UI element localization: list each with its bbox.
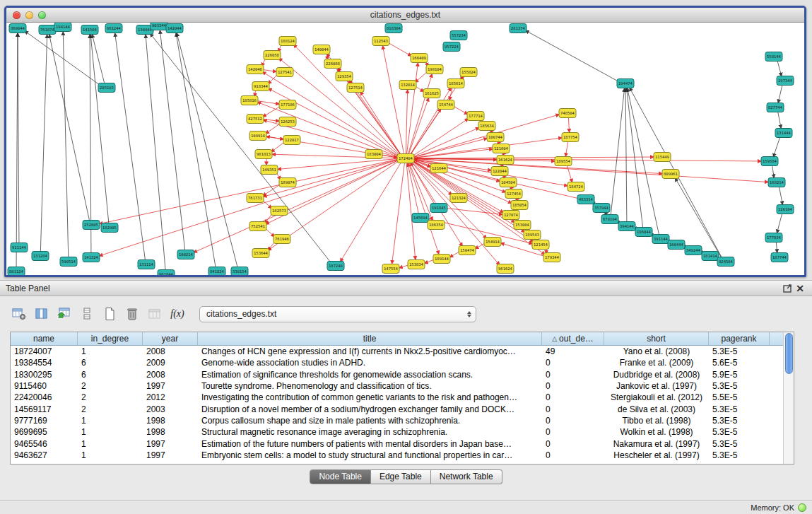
network-node[interactable]: 330154 — [231, 267, 248, 276]
network-node[interactable]: 142044 — [166, 24, 183, 33]
table-cell[interactable]: 5.3E-5 — [709, 427, 770, 437]
table-row[interactable]: 977716911998Corpus callosum shape and si… — [11, 415, 784, 426]
network-node[interactable]: 141504 — [81, 25, 98, 35]
network-node[interactable]: 132014 — [399, 81, 416, 90]
network-node[interactable]: 147554 — [382, 264, 399, 274]
table-cell[interactable]: 0 — [542, 404, 604, 414]
network-node[interactable]: 131284 — [32, 252, 49, 261]
network-node[interactable]: 191845 — [430, 204, 447, 213]
network-node[interactable]: 981813 — [255, 150, 272, 159]
table-cell[interactable]: Embryonic stem cells: a model to study s… — [198, 450, 542, 460]
network-node[interactable]: 112543 — [372, 37, 389, 46]
table-cell[interactable]: Tibbo et al. (1998) — [604, 416, 709, 426]
network-node[interactable]: 187754 — [562, 133, 579, 142]
network-node[interactable]: 126253 — [279, 117, 296, 127]
network-node[interactable]: 121604 — [493, 144, 510, 153]
table-cell[interactable]: Jankovic et al. (1997) — [604, 381, 709, 391]
network-node[interactable]: 197344 — [777, 76, 794, 86]
network-node[interactable]: 131114 — [138, 260, 155, 269]
network-node[interactable]: 182573 — [271, 206, 288, 216]
network-node[interactable]: 391144 — [652, 235, 669, 244]
network-node[interactable]: 121454 — [532, 240, 549, 250]
table-cell[interactable]: 5.3E-5 — [709, 346, 770, 356]
network-node[interactable]: 357944 — [593, 204, 610, 213]
network-node[interactable]: 100214 — [177, 250, 194, 259]
network-node[interactable]: 761731 — [247, 194, 264, 203]
table-cell[interactable]: Yano et al. (2008) — [604, 346, 709, 356]
import-table-icon[interactable] — [55, 305, 73, 322]
table-cell[interactable]: 0 — [542, 358, 604, 368]
table-selector-combobox[interactable]: citations_edges.txt — [199, 306, 476, 322]
network-node[interactable]: 131444 — [775, 129, 792, 138]
network-node[interactable]: 861244 — [105, 24, 122, 33]
network-node[interactable]: 590514 — [60, 257, 77, 267]
table-cell[interactable]: 5.5E-5 — [709, 392, 770, 402]
column-header-out_degree[interactable]: △out_de… — [542, 332, 604, 345]
network-node[interactable]: 194474 — [617, 79, 634, 88]
table-cell[interactable]: 1 — [78, 427, 143, 437]
tab-edge-table[interactable]: Edge Table — [371, 469, 431, 484]
create-column-icon[interactable] — [100, 305, 119, 322]
table-cell[interactable]: Wolkin et al. (1998) — [604, 427, 709, 437]
table-options-icon[interactable] — [10, 305, 28, 322]
network-node[interactable]: 140044 — [313, 45, 330, 54]
network-node[interactable]: 115449 — [654, 153, 671, 162]
table-cell[interactable]: 18724007 — [11, 346, 78, 356]
table-cell[interactable]: 0 — [542, 450, 604, 460]
table-cell[interactable]: 2009 — [143, 358, 198, 368]
row-format-icon[interactable] — [78, 305, 96, 322]
network-node[interactable]: 961624 — [497, 264, 514, 274]
network-node[interactable]: 182905 — [101, 223, 118, 233]
network-node[interactable]: 360044 — [9, 24, 26, 33]
network-node[interactable]: 185816 — [241, 96, 258, 105]
network-node[interactable]: 187240 — [327, 262, 344, 271]
table-cell[interactable]: 5.3E-5 — [709, 381, 770, 391]
table-row[interactable]: 911546021997Tourette syndrome. Phenomeno… — [11, 380, 784, 392]
close-window-button[interactable] — [13, 11, 20, 19]
table-cell[interactable]: 1998 — [143, 427, 198, 437]
network-node[interactable]: 752541 — [249, 222, 266, 231]
network-node[interactable]: 181414 — [702, 252, 719, 261]
table-cell[interactable]: Structural magnetic resonance image aver… — [198, 427, 542, 437]
table-row[interactable]: 1938455462009Genome-wide association stu… — [11, 357, 784, 368]
network-node[interactable]: 153644 — [252, 249, 269, 258]
network-node[interactable]: 189074 — [279, 178, 296, 187]
network-node[interactable]: 198104 — [426, 65, 443, 74]
network-node[interactable]: 160444 — [668, 240, 685, 250]
table-cell[interactable]: 14569117 — [11, 404, 78, 414]
network-node[interactable]: 121324 — [450, 194, 467, 203]
network-node[interactable]: 924504 — [717, 257, 734, 267]
network-node[interactable]: 809961 — [662, 170, 679, 179]
network-node[interactable]: 761874 — [39, 25, 56, 35]
table-cell[interactable]: 2003 — [143, 404, 198, 414]
network-node[interactable]: 153834 — [408, 260, 425, 269]
network-node[interactable]: 801124 — [8, 267, 25, 276]
table-cell[interactable]: 1997 — [143, 439, 198, 449]
table-cell[interactable]: 5.3E-5 — [709, 404, 770, 414]
network-node[interactable]: 161624 — [497, 156, 514, 165]
table-cell[interactable]: 1 — [78, 439, 143, 449]
table-row[interactable]: 969969511998Structural magnetic resonanc… — [11, 426, 784, 438]
table-row[interactable]: 1830029562008Estimation of significance … — [11, 369, 784, 380]
table-cell[interactable]: Investigating the contribution of common… — [198, 392, 542, 402]
network-node[interactable]: 557234 — [450, 31, 467, 40]
table-cell[interactable]: 2 — [78, 392, 143, 402]
table-cell[interactable]: 1 — [78, 416, 143, 426]
network-node[interactable]: 154744 — [437, 100, 454, 110]
column-header-pagerank[interactable]: pagerank — [709, 332, 770, 345]
table-cell[interactable]: 1 — [78, 346, 143, 356]
network-node[interactable]: 483314 — [577, 195, 594, 204]
network-node[interactable]: 281374 — [510, 24, 526, 33]
network-node[interactable]: 177186 — [279, 100, 296, 110]
network-node[interactable]: 127454 — [505, 189, 522, 199]
network-node[interactable]: 188124 — [279, 37, 296, 46]
table-cell[interactable]: 5.3E-5 — [709, 416, 770, 426]
network-node[interactable]: 911144 — [11, 243, 28, 252]
network-node[interactable]: 252605 — [83, 221, 100, 230]
network-node[interactable]: 109914 — [249, 132, 266, 141]
table-cell[interactable]: 0 — [542, 370, 604, 380]
table-cell[interactable]: 2012 — [143, 392, 198, 402]
table-cell[interactable]: 2 — [78, 404, 143, 414]
column-header-name[interactable]: name — [11, 332, 78, 345]
table-cell[interactable]: Genome-wide association studies in ADHD. — [198, 358, 542, 368]
